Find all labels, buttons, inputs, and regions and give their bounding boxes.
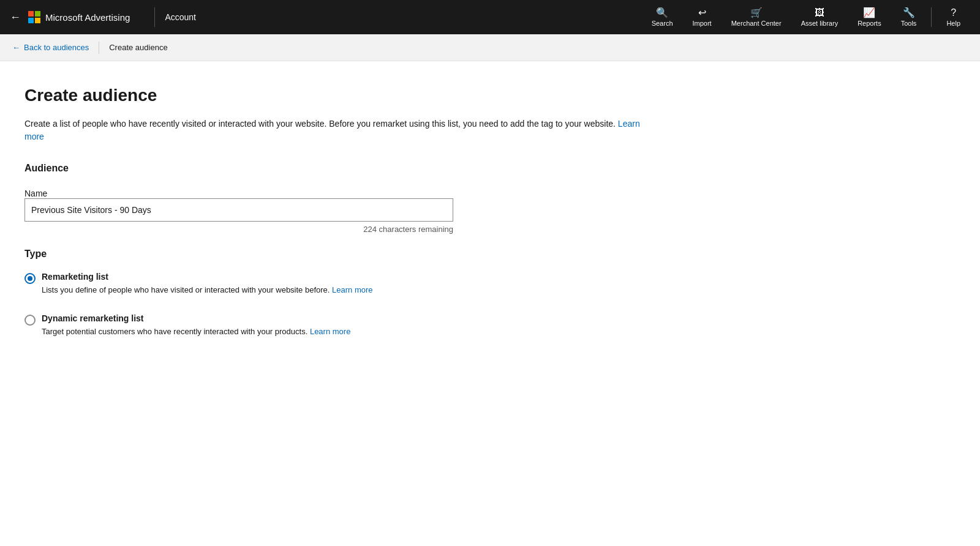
dynamic-list-label: Dynamic remarketing list [42,313,350,323]
nav-action-divider [931,7,932,27]
dynamic-radio-text: Dynamic remarketing list Target potentia… [42,313,350,338]
nav-search-button[interactable]: 🔍 Search [642,4,683,31]
type-section-title: Type [24,249,649,260]
nav-reports-button[interactable]: 📈 Reports [848,4,891,31]
nav-divider [154,7,155,27]
nav-merchant-label: Merchant Center [731,20,782,27]
nav-asset-button[interactable]: 🖼 Asset library [791,4,848,31]
tools-icon: 🔧 [903,8,915,18]
brand-name: Microsoft Advertising [45,12,130,23]
breadcrumb-bar: ← Back to audiences Create audience [0,34,980,61]
nav-tools-label: Tools [901,20,917,27]
type-section: Type Remarketing list Lists you define o… [24,249,649,337]
dynamic-radio-button[interactable] [24,315,36,326]
top-nav: ← Microsoft Advertising Account 🔍 Search… [0,0,980,34]
merchant-icon: 🛒 [750,8,763,18]
nav-tools-button[interactable]: 🔧 Tools [891,4,927,31]
help-icon: ? [951,8,956,18]
nav-account-label[interactable]: Account [165,12,196,22]
nav-asset-label: Asset library [801,20,839,27]
char-count: 224 characters remaining [24,225,453,234]
dynamic-desc-text: Target potential customers who have rece… [42,327,307,336]
name-field-label: Name [24,189,47,198]
audience-section: Audience Name 224 characters remaining T… [24,163,649,337]
back-to-audiences-button[interactable]: ← Back to audiences [12,43,99,52]
back-to-audiences-label: Back to audiences [24,43,89,52]
remarketing-learn-more-link[interactable]: Learn more [332,285,372,294]
remarketing-desc-text: Lists you define of people who have visi… [42,285,330,294]
logo-q2 [35,11,40,17]
remarketing-radio-button[interactable] [24,273,36,284]
import-icon: ↩ [698,8,706,18]
audience-section-title: Audience [24,163,649,174]
nav-merchant-button[interactable]: 🛒 Merchant Center [722,4,791,31]
remarketing-list-option[interactable]: Remarketing list Lists you define of peo… [24,272,649,296]
page-description-text: Create a list of people who have recentl… [24,119,616,129]
logo-area: Microsoft Advertising [28,11,130,23]
microsoft-logo [28,11,40,23]
nav-help-button[interactable]: ? Help [937,4,970,31]
name-input[interactable] [24,198,453,222]
asset-icon: 🖼 [815,8,824,18]
dynamic-list-description: Target potential customers who have rece… [42,326,350,338]
search-icon: 🔍 [656,8,668,18]
reports-icon: 📈 [863,8,875,18]
breadcrumb-current: Create audience [109,43,167,52]
remarketing-list-description: Lists you define of people who have visi… [42,284,373,296]
nav-reports-label: Reports [858,20,881,27]
nav-search-label: Search [652,20,673,27]
name-field-group: Name 224 characters remaining [24,189,649,234]
page-description: Create a list of people who have recentl… [24,118,649,143]
page-title: Create audience [24,86,649,105]
logo-q4 [35,18,40,23]
main-content: Create audience Create a list of people … [0,61,674,391]
back-arrow-icon: ← [12,43,20,52]
nav-import-button[interactable]: ↩ Import [683,4,722,31]
logo-q1 [28,11,34,17]
logo-q3 [28,18,34,23]
breadcrumb-separator [99,42,99,54]
dynamic-learn-more-link[interactable]: Learn more [310,327,350,336]
nav-actions: 🔍 Search ↩ Import 🛒 Merchant Center 🖼 As… [642,4,970,31]
dynamic-remarketing-option[interactable]: Dynamic remarketing list Target potentia… [24,313,649,338]
nav-back-button[interactable]: ← [10,11,21,24]
nav-import-label: Import [693,20,712,27]
remarketing-radio-text: Remarketing list Lists you define of peo… [42,272,373,296]
remarketing-list-label: Remarketing list [42,272,373,282]
remarketing-radio-inner [28,276,32,281]
nav-help-label: Help [946,20,960,27]
